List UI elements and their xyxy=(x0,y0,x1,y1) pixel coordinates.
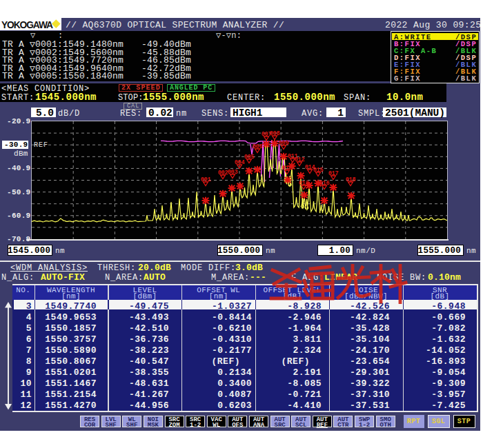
svg-text:005: 005 xyxy=(244,154,255,161)
svg-text:015: 015 xyxy=(313,167,324,174)
svg-text:006: 006 xyxy=(253,143,263,150)
svg-text:018: 018 xyxy=(346,176,356,183)
svg-text:004: 004 xyxy=(235,159,245,166)
svg-text:003: 003 xyxy=(228,169,238,176)
svg-text:009: 009 xyxy=(279,140,289,147)
svg-text:012: 012 xyxy=(295,156,305,163)
svg-text:008: 008 xyxy=(270,130,280,137)
svg-text:016: 016 xyxy=(319,180,330,187)
svg-text:017: 017 xyxy=(328,170,339,177)
svg-text:002: 002 xyxy=(218,170,228,176)
svg-text:001: 001 xyxy=(201,176,211,183)
